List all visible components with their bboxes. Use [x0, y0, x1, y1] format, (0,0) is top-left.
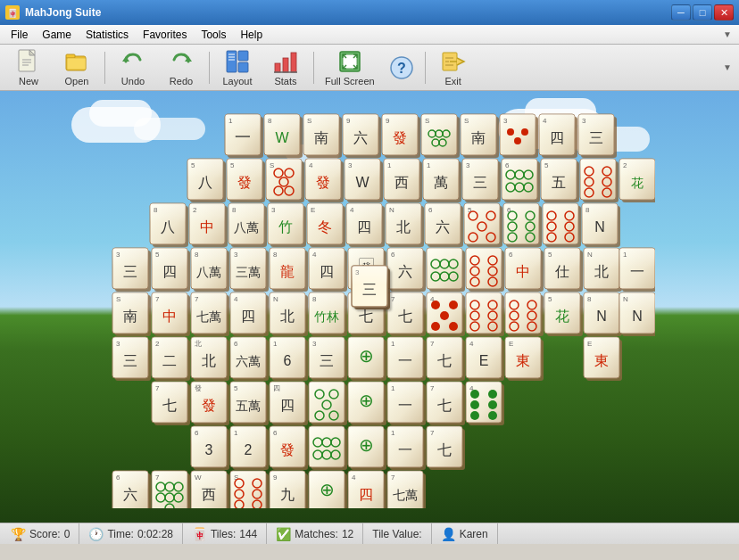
- menu-expand[interactable]: ▼: [719, 28, 735, 41]
- svg-text:發: 發: [280, 442, 295, 457]
- svg-text:三: 三: [473, 175, 487, 190]
- svg-text:3: 3: [503, 117, 508, 125]
- svg-text:8: 8: [268, 117, 272, 125]
- svg-text:N: N: [594, 219, 605, 235]
- maximize-button[interactable]: □: [693, 4, 712, 21]
- svg-text:四: 四: [320, 264, 334, 279]
- time-icon: 🕐: [88, 527, 104, 541]
- svg-text:發: 發: [202, 398, 216, 413]
- svg-text:中: 中: [516, 264, 530, 279]
- svg-text:6: 6: [509, 251, 513, 259]
- menu-help[interactable]: Help: [233, 27, 270, 43]
- svg-text:三: 三: [123, 353, 137, 368]
- svg-text:1: 1: [391, 340, 395, 348]
- tile-value-status: Tile Value:: [363, 523, 431, 544]
- svg-rect-7: [67, 58, 86, 70]
- svg-text:1: 1: [273, 340, 278, 348]
- menu-game[interactable]: Game: [35, 27, 79, 43]
- layout-icon: [225, 49, 250, 74]
- exit-button[interactable]: Exit: [430, 48, 477, 87]
- svg-point-342: [431, 301, 440, 309]
- help-button[interactable]: ?: [383, 48, 420, 87]
- time-status: 🕐 Time: 0:02:28: [79, 523, 183, 544]
- svg-text:六: 六: [353, 130, 368, 145]
- svg-text:六萬: 六萬: [236, 354, 261, 368]
- minimize-button[interactable]: ─: [671, 4, 691, 21]
- menu-tools[interactable]: Tools: [194, 27, 233, 43]
- toolbar-sep-1: [104, 52, 105, 84]
- svg-text:3: 3: [271, 206, 276, 214]
- svg-text:5: 5: [155, 251, 160, 259]
- svg-text:七: 七: [162, 398, 177, 413]
- matches-status: ✅ Matches: 12: [267, 523, 363, 544]
- svg-text:8: 8: [195, 251, 199, 259]
- toolbar-expand-icon[interactable]: ▼: [721, 61, 734, 74]
- tile-group[interactable]: 1 一 8 W S 南: [112, 114, 655, 508]
- svg-text:6: 6: [195, 429, 199, 437]
- title-bar: 🀄 MahJong Suite ─ □ ✕: [0, 0, 739, 25]
- svg-text:E: E: [587, 340, 592, 348]
- tiles-label: Tiles:: [211, 528, 236, 540]
- svg-text:1: 1: [234, 429, 238, 437]
- redo-button[interactable]: Redo: [158, 48, 204, 87]
- svg-text:1: 1: [391, 429, 395, 437]
- svg-text:3: 3: [116, 251, 120, 259]
- svg-text:6: 6: [505, 161, 510, 169]
- svg-text:5: 5: [544, 161, 549, 169]
- svg-text:四: 四: [241, 309, 255, 324]
- menu-statistics[interactable]: Statistics: [79, 27, 136, 43]
- svg-rect-6: [66, 54, 75, 58]
- app-icon: 🀄: [5, 5, 20, 20]
- stats-icon: [273, 49, 298, 74]
- exit-icon: [441, 49, 466, 74]
- close-button[interactable]: ✕: [714, 4, 734, 21]
- svg-text:5: 5: [234, 384, 238, 392]
- svg-text:發: 發: [237, 175, 252, 190]
- svg-text:3: 3: [116, 340, 120, 348]
- svg-text:七: 七: [437, 442, 452, 457]
- mahjong-board[interactable]: // We'll draw tiles programmatically: [84, 98, 655, 508]
- svg-text:7: 7: [430, 384, 435, 392]
- svg-text:7: 7: [155, 384, 160, 392]
- svg-point-72: [507, 128, 514, 136]
- svg-text:5: 5: [548, 251, 552, 259]
- tiles-icon: 🀄: [192, 527, 207, 541]
- svg-text:六: 六: [436, 219, 450, 235]
- menu-favorites[interactable]: Favorites: [136, 27, 194, 43]
- svg-text:4: 4: [352, 474, 356, 482]
- title-bar-left: 🀄 MahJong Suite: [5, 5, 101, 20]
- svg-text:花: 花: [555, 309, 569, 324]
- svg-text:竹林: 竹林: [314, 309, 339, 324]
- svg-text:七萬: 七萬: [393, 488, 418, 502]
- svg-rect-11: [238, 51, 248, 61]
- undo-button[interactable]: Undo: [110, 48, 156, 87]
- fullscreen-button[interactable]: Full Screen: [319, 48, 381, 87]
- svg-rect-446: [309, 382, 345, 401]
- open-button[interactable]: Open: [54, 48, 100, 87]
- svg-text:4: 4: [469, 340, 474, 348]
- svg-text:八萬: 八萬: [234, 220, 259, 235]
- svg-text:四: 四: [550, 130, 564, 145]
- menu-file[interactable]: File: [4, 27, 35, 43]
- svg-point-475: [488, 411, 497, 420]
- svg-text:S: S: [425, 117, 429, 125]
- svg-text:四: 四: [280, 398, 295, 413]
- menu-bar: File Game Statistics Favorites Tools Hel…: [0, 25, 739, 45]
- new-button[interactable]: New: [5, 48, 52, 87]
- game-background: // We'll draw tiles programmatically: [0, 91, 739, 523]
- svg-text:四: 四: [162, 264, 177, 279]
- svg-text:一: 一: [235, 128, 251, 146]
- svg-text:9: 9: [273, 474, 278, 482]
- svg-text:2: 2: [623, 161, 627, 169]
- svg-text:9: 9: [386, 117, 390, 125]
- stats-button[interactable]: Stats: [262, 48, 309, 87]
- svg-text:6: 6: [391, 251, 395, 259]
- svg-text:3: 3: [355, 268, 360, 276]
- open-icon: [64, 49, 89, 74]
- svg-text:五萬: 五萬: [236, 399, 261, 413]
- layout-button[interactable]: Layout: [214, 48, 261, 87]
- exit-label: Exit: [444, 76, 461, 86]
- svg-text:W: W: [275, 130, 289, 145]
- svg-text:3: 3: [582, 117, 586, 125]
- user-label: Karen: [460, 528, 488, 540]
